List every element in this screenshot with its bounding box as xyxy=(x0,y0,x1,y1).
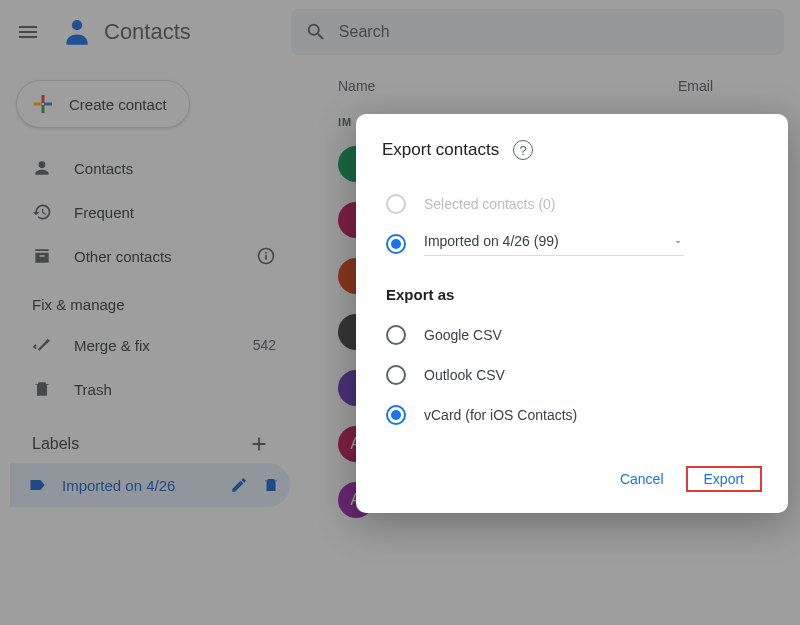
format-option[interactable]: vCard (for iOS Contacts) xyxy=(386,395,762,435)
col-email: Email xyxy=(678,78,713,94)
export-button[interactable]: Export xyxy=(690,463,758,495)
svg-rect-6 xyxy=(265,255,267,260)
add-label-button[interactable] xyxy=(248,433,270,455)
list-header: Name Email xyxy=(310,64,800,108)
trash-icon xyxy=(32,379,52,399)
archive-icon xyxy=(32,246,52,266)
format-label: vCard (for iOS Contacts) xyxy=(424,407,577,423)
merge-fix-count: 542 xyxy=(253,337,276,353)
person-icon xyxy=(32,158,52,178)
pencil-icon xyxy=(230,476,248,494)
svg-rect-1 xyxy=(42,95,45,103)
radio-icon xyxy=(386,325,406,345)
search-icon xyxy=(305,21,327,43)
radio-icon xyxy=(386,234,406,254)
sidebar-item-trash[interactable]: Trash xyxy=(10,367,290,411)
wand-icon xyxy=(32,335,52,355)
search-bar[interactable]: Search xyxy=(291,9,784,55)
app-header: Contacts Search xyxy=(0,0,800,64)
labels-heading: Labels xyxy=(32,435,79,453)
info-icon[interactable] xyxy=(256,246,276,266)
plus-multicolor-icon xyxy=(31,92,55,116)
svg-rect-7 xyxy=(265,252,267,254)
radio-icon xyxy=(386,194,406,214)
format-label: Google CSV xyxy=(424,327,502,343)
col-name: Name xyxy=(338,78,678,94)
export-source-group: Selected contacts (0) Imported on 4/26 (… xyxy=(382,184,762,264)
dialog-title: Export contacts xyxy=(382,140,499,160)
edit-label-button[interactable] xyxy=(230,476,248,494)
history-icon xyxy=(32,202,52,222)
svg-point-0 xyxy=(72,20,82,30)
export-as-heading: Export as xyxy=(386,286,762,303)
radio-icon xyxy=(386,365,406,385)
radio-icon xyxy=(386,405,406,425)
sidebar-item-other-contacts[interactable]: Other contacts xyxy=(10,234,290,278)
format-option[interactable]: Outlook CSV xyxy=(386,355,762,395)
svg-rect-3 xyxy=(34,103,42,106)
svg-rect-2 xyxy=(42,105,45,113)
sidebar-item-contacts[interactable]: Contacts xyxy=(10,146,290,190)
contacts-icon xyxy=(60,15,94,49)
search-placeholder: Search xyxy=(339,23,390,41)
format-option[interactable]: Google CSV xyxy=(386,315,762,355)
export-format-group: Google CSVOutlook CSVvCard (for iOS Cont… xyxy=(382,315,762,435)
app-logo: Contacts xyxy=(60,15,191,49)
format-label: Outlook CSV xyxy=(424,367,505,383)
fix-manage-heading: Fix & manage xyxy=(10,278,290,323)
create-contact-button[interactable]: Create contact xyxy=(16,80,190,128)
chevron-down-icon[interactable] xyxy=(672,236,684,252)
menu-icon[interactable] xyxy=(16,20,40,44)
help-icon[interactable]: ? xyxy=(513,140,533,160)
create-contact-label: Create contact xyxy=(69,96,167,113)
app-title: Contacts xyxy=(104,19,191,45)
option-label-dropdown[interactable]: Imported on 4/26 (99) xyxy=(386,224,762,264)
label-icon xyxy=(28,475,48,495)
trash-icon xyxy=(262,476,280,494)
svg-rect-4 xyxy=(44,103,52,106)
sidebar-item-frequent[interactable]: Frequent xyxy=(10,190,290,234)
sidebar-item-merge-fix[interactable]: Merge & fix 542 xyxy=(10,323,290,367)
export-contacts-dialog: Export contacts ? Selected contacts (0) … xyxy=(356,114,788,513)
delete-label-button[interactable] xyxy=(262,476,280,494)
sidebar-label-imported[interactable]: Imported on 4/26 xyxy=(10,463,290,507)
sidebar: Create contact Contacts Frequent Other c… xyxy=(0,64,300,507)
cancel-button[interactable]: Cancel xyxy=(606,463,678,495)
export-button-highlight: Export xyxy=(686,466,762,492)
option-selected-contacts: Selected contacts (0) xyxy=(386,184,762,224)
plus-icon xyxy=(248,433,270,455)
